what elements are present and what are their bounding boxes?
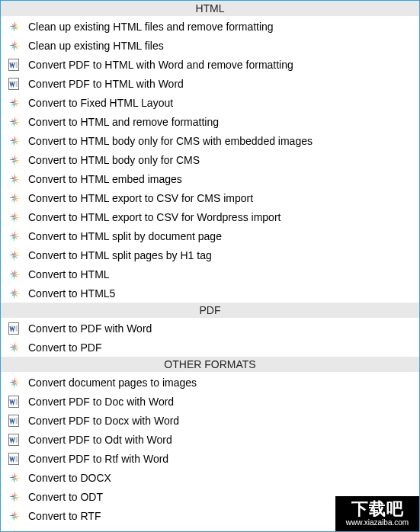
pinwheel-icon xyxy=(8,211,27,223)
list-item-convert-pdf-to-rtf-with-word[interactable]: Convert PDF to Rtf with Word xyxy=(1,449,419,468)
word-doc-icon xyxy=(8,415,27,427)
list-item-label: Clean up existing HTML files xyxy=(27,40,164,52)
list-item-convert-to-html[interactable]: Convert to HTML xyxy=(1,264,419,284)
list-item-convert-to-html-export-to-csv-for-cms-im[interactable]: Convert to HTML export to CSV for CMS im… xyxy=(1,188,419,207)
word-doc-icon xyxy=(8,322,27,335)
list-item-convert-to-html5[interactable]: Convert to HTML5 xyxy=(1,284,419,303)
list-item-convert-to-pdf-with-word[interactable]: Convert to PDF with Word xyxy=(1,319,419,338)
list-item-convert-to-docx[interactable]: Convert to DOCX xyxy=(1,468,419,487)
list-item-label: Convert to HTML export to CSV for CMS im… xyxy=(27,192,253,204)
watermark-text: 下载吧 xyxy=(351,501,404,518)
pinwheel-icon xyxy=(8,230,27,242)
list-item-convert-to-html-split-pages-by-h1-tag[interactable]: Convert to HTML split pages by H1 tag xyxy=(1,245,419,264)
list-item-label: Convert to HTML split by document page xyxy=(27,230,222,242)
list-item-label: Clean up existing HTML files and remove … xyxy=(27,21,274,33)
list-item-label: Convert to HTML and remove formatting xyxy=(27,116,219,128)
list-item-label: Convert to PDF with Word xyxy=(27,322,152,335)
list-item-label: Convert PDF to HTML with Word and remove… xyxy=(27,59,293,71)
pinwheel-icon xyxy=(8,116,27,128)
list-item-label: Convert to HTML body only for CMS with e… xyxy=(27,135,313,147)
list-item-convert-to-html-export-to-csv-for-wordpr[interactable]: Convert to HTML export to CSV for Wordpr… xyxy=(1,207,419,226)
list-item-convert-to-html-split-by-document-page[interactable]: Convert to HTML split by document page xyxy=(1,226,419,245)
list-item-clean-up-existing-html-files-and-remove-[interactable]: Clean up existing HTML files and remove … xyxy=(1,17,419,36)
section-header-pdf: PDF xyxy=(1,303,419,319)
svg-marker-179 xyxy=(14,530,16,533)
list-item-convert-pdf-to-doc-with-word[interactable]: Convert PDF to Doc with Word xyxy=(1,392,419,411)
list-item-convert-pdf-to-docx-with-word[interactable]: Convert PDF to Docx with Word xyxy=(1,411,419,430)
section-header-html: HTML xyxy=(1,1,419,17)
pinwheel-icon xyxy=(8,472,27,484)
watermark-url: www.xiazaiba.com xyxy=(346,519,409,527)
pinwheel-icon xyxy=(8,510,27,522)
pinwheel-icon xyxy=(8,154,27,166)
pinwheel-icon xyxy=(8,40,27,52)
list-item-label: Convert to DOCX xyxy=(27,472,111,484)
list-item-label: Convert to HTML embed images xyxy=(27,173,182,185)
pinwheel-icon xyxy=(8,97,27,109)
list-item-label: Convert to RTF xyxy=(27,510,101,522)
list-item-label: Convert PDF to Docx with Word xyxy=(27,415,179,427)
list-item-label: Convert to HTML export to CSV for Wordpr… xyxy=(27,211,281,223)
pinwheel-icon xyxy=(8,491,27,503)
list-item-convert-pdf-to-html-with-word-and-remove[interactable]: Convert PDF to HTML with Word and remove… xyxy=(1,55,419,74)
list-item-convert-document-pages-to-images[interactable]: Convert document pages to images xyxy=(1,373,419,392)
pinwheel-icon xyxy=(8,377,27,389)
list-item-label: Convert to Fixed HTML Layout xyxy=(27,97,173,109)
pinwheel-icon xyxy=(8,249,27,261)
pinwheel-icon xyxy=(8,529,27,533)
pinwheel-icon xyxy=(8,341,27,354)
list-item-clean-up-existing-html-files[interactable]: Clean up existing HTML files xyxy=(1,36,419,55)
pinwheel-icon xyxy=(8,287,27,300)
watermark: 下载吧 www.xiazaiba.com xyxy=(335,496,419,531)
list-item-convert-to-html-embed-images[interactable]: Convert to HTML embed images xyxy=(1,169,419,188)
list-item-label: Convert PDF to Rtf with Word xyxy=(27,453,168,465)
list-item-convert-to-html-body-only-for-cms[interactable]: Convert to HTML body only for CMS xyxy=(1,150,419,169)
pinwheel-icon xyxy=(8,135,27,147)
word-doc-icon xyxy=(8,59,27,71)
word-doc-icon xyxy=(8,78,27,90)
word-doc-icon xyxy=(8,396,27,408)
list-item-label: Convert PDF to HTML with Word xyxy=(27,78,184,90)
word-doc-icon xyxy=(8,453,27,465)
pinwheel-icon xyxy=(8,192,27,204)
list-item-convert-to-pdf[interactable]: Convert to PDF xyxy=(1,338,419,357)
list-item-convert-to-html-body-only-for-cms-with-e[interactable]: Convert to HTML body only for CMS with e… xyxy=(1,131,419,150)
pinwheel-icon xyxy=(8,173,27,185)
pinwheel-icon xyxy=(8,21,27,33)
list-item-label: Convert to TXT xyxy=(27,529,101,533)
list-item-convert-pdf-to-odt-with-word[interactable]: Convert PDF to Odt with Word xyxy=(1,430,419,449)
list-item-label: Convert to PDF xyxy=(27,341,101,354)
list-item-label: Convert to HTML body only for CMS xyxy=(27,154,200,166)
list-item-label: Convert to HTML5 xyxy=(27,287,115,300)
list-item-label: Convert PDF to Odt with Word xyxy=(27,434,172,446)
list-item-convert-to-fixed-html-layout[interactable]: Convert to Fixed HTML Layout xyxy=(1,93,419,112)
list-item-label: Convert to HTML xyxy=(27,268,110,280)
word-doc-icon xyxy=(8,434,27,446)
list-item-convert-pdf-to-html-with-word[interactable]: Convert PDF to HTML with Word xyxy=(1,74,419,93)
pinwheel-icon xyxy=(8,268,27,280)
list-item-label: Convert document pages to images xyxy=(27,377,197,389)
section-header-other-formats: OTHER FORMATS xyxy=(1,357,419,373)
list-item-label: Convert to ODT xyxy=(27,491,103,503)
list-item-label: Convert PDF to Doc with Word xyxy=(27,396,174,408)
list-item-convert-to-html-and-remove-formatting[interactable]: Convert to HTML and remove formatting xyxy=(1,112,419,131)
list-item-label: Convert to HTML split pages by H1 tag xyxy=(27,249,212,261)
